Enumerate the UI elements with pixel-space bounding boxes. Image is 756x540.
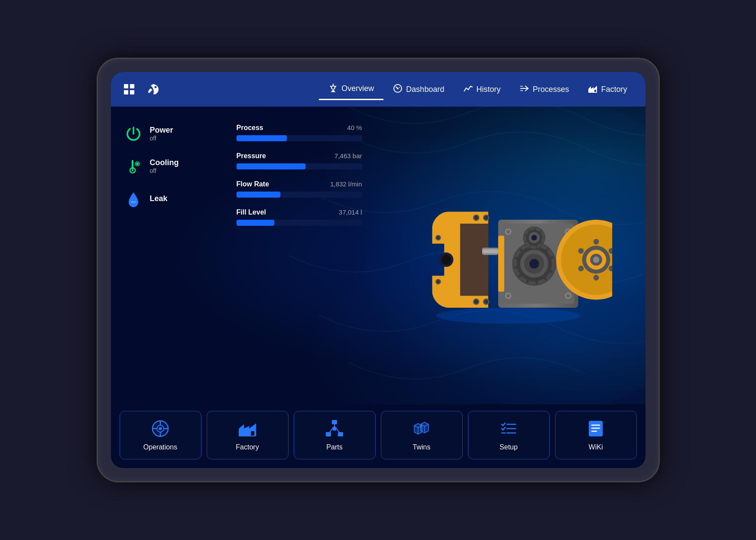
leak-status-item: Leak (124, 189, 219, 208)
metric-flow-value: 1,832 l/min (330, 180, 362, 188)
svg-rect-6 (332, 90, 334, 91)
tablet-frame: Overview Dashboard (97, 58, 660, 482)
svg-point-53 (529, 259, 539, 268)
factory-icon (588, 84, 597, 95)
svg-point-4 (154, 86, 156, 88)
rocket-button[interactable] (143, 79, 164, 100)
cooling-sublabel: off (150, 167, 179, 174)
metric-flow-rate: Flow Rate 1,832 l/min (237, 180, 362, 198)
svg-marker-90 (249, 423, 256, 429)
svg-point-78 (578, 266, 584, 271)
metric-process-bar-fill (237, 135, 287, 141)
metric-pressure-value: 7,463 bar (334, 152, 362, 160)
metric-process: Process 40 % (237, 124, 362, 141)
svg-rect-7 (331, 91, 335, 92)
svg-rect-0 (124, 84, 128, 88)
history-icon (463, 84, 473, 95)
svg-point-32 (474, 299, 478, 303)
screen: Overview Dashboard (111, 72, 646, 468)
nav-item-dashboard[interactable]: Dashboard (383, 79, 454, 100)
svg-point-30 (484, 215, 488, 219)
nav-item-factory[interactable]: Factory (578, 79, 636, 100)
svg-point-73 (593, 256, 599, 263)
overview-icon (328, 83, 338, 94)
leak-label: Leak (150, 194, 168, 203)
tile-twins[interactable]: Twins (381, 411, 463, 459)
svg-point-34 (484, 299, 488, 303)
tile-setup-label: Setup (500, 443, 518, 451)
metric-pressure: Pressure 7,463 bar (237, 152, 362, 169)
tile-wiki[interactable]: WiKi (555, 411, 637, 459)
nav-processes-label: Processes (532, 85, 569, 94)
svg-rect-21 (132, 169, 133, 171)
cooling-status-item: Cooling off (124, 156, 219, 176)
nav-item-processes[interactable]: Processes (510, 79, 578, 100)
svg-marker-89 (244, 426, 249, 429)
svg-point-40 (441, 255, 451, 264)
nav-factory-label: Factory (601, 85, 627, 94)
svg-point-23 (136, 163, 139, 165)
svg-point-59 (506, 230, 510, 234)
tile-parts-label: Parts (326, 443, 342, 451)
nav-item-overview[interactable]: Overview (319, 78, 383, 100)
metric-pressure-name: Pressure (237, 152, 266, 160)
svg-point-28 (474, 215, 478, 219)
power-status-item: Power off (124, 124, 219, 143)
svg-point-86 (159, 427, 162, 430)
leak-icon (124, 189, 143, 208)
svg-rect-2 (124, 90, 128, 94)
metric-flow-name: Flow Rate (237, 180, 269, 188)
operations-icon (151, 419, 170, 438)
nav-dashboard-label: Dashboard (406, 85, 444, 94)
svg-point-5 (331, 86, 335, 89)
dashboard-icon (393, 84, 402, 95)
svg-rect-18 (594, 90, 596, 92)
svg-rect-42 (482, 249, 498, 253)
metric-process-bar-bg (237, 135, 362, 141)
leak-status-text: Leak (150, 194, 168, 203)
tile-twins-label: Twins (413, 443, 431, 451)
tile-setup[interactable]: Setup (468, 411, 550, 459)
tile-operations[interactable]: Operations (120, 411, 201, 459)
left-panel: Power off (111, 107, 232, 404)
svg-point-95 (332, 426, 337, 431)
metric-fill-name: Fill Level (237, 208, 266, 216)
nav-item-history[interactable]: History (454, 79, 510, 100)
processes-icon (519, 84, 529, 95)
svg-rect-1 (130, 84, 134, 88)
navbar: Overview Dashboard (111, 72, 646, 107)
nav-overview-label: Overview (341, 84, 374, 93)
cooling-label: Cooling (150, 158, 179, 167)
tile-factory-label: Factory (236, 443, 259, 451)
svg-point-10 (399, 87, 400, 88)
gear-pump-illustration (404, 173, 612, 338)
metric-fill-level: Fill Level 37,014 l (237, 208, 362, 226)
metric-process-value: 40 % (347, 124, 362, 132)
metric-flow-bar-fill (237, 192, 281, 198)
svg-marker-88 (239, 424, 244, 429)
nav-items: Overview Dashboard (319, 78, 636, 100)
metric-fill-bar-fill (237, 220, 274, 226)
tile-parts[interactable]: Parts (294, 411, 376, 459)
svg-rect-91 (251, 431, 254, 436)
svg-point-63 (506, 293, 510, 297)
metric-flow-bar-bg (237, 192, 362, 198)
bottom-tiles: Operations Factory (111, 404, 646, 468)
svg-marker-16 (591, 87, 594, 89)
svg-point-36 (436, 236, 439, 239)
metric-fill-value: 37,014 l (339, 208, 362, 216)
metric-fill-bar-bg (237, 220, 362, 226)
tile-wiki-label: WiKi (589, 443, 603, 451)
tile-factory[interactable]: Factory (207, 411, 289, 459)
twins-icon (412, 419, 431, 438)
svg-rect-92 (332, 420, 337, 424)
svg-rect-46 (498, 235, 504, 291)
power-label: Power (150, 126, 173, 135)
metric-pressure-bar-fill (237, 163, 306, 169)
svg-point-79 (578, 248, 584, 254)
grid-menu-button[interactable] (120, 80, 139, 99)
metric-pressure-bar-bg (237, 163, 362, 169)
svg-point-77 (593, 275, 599, 280)
factory-tile-icon (238, 419, 257, 438)
svg-rect-26 (460, 224, 488, 296)
